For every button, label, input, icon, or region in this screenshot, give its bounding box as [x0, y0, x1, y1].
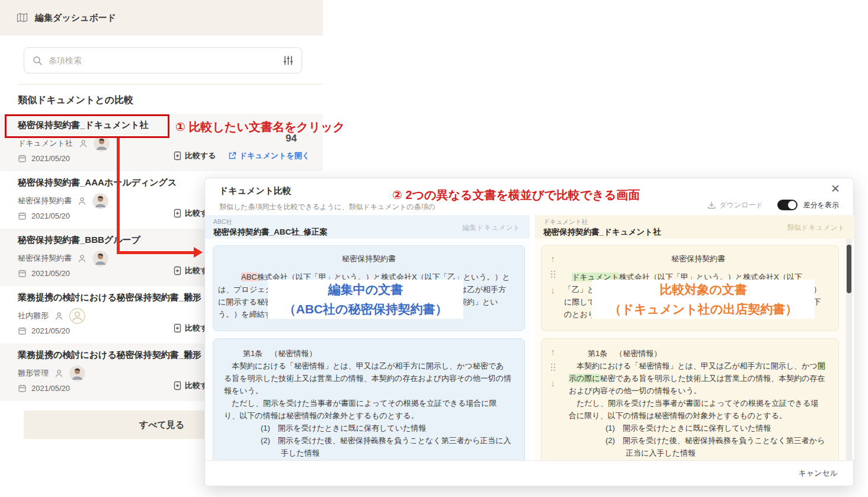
similar-doc-pane: ↑ ↓ 秘密保持契約書 ドキュメント株式会社（以下「甲」という。）と株式会社X（… [535, 239, 854, 460]
cancel-button[interactable]: キャンセル [798, 468, 838, 479]
person-icon [78, 197, 87, 206]
annotation-highlight-box [5, 114, 169, 138]
target-doc-callout: 比較対象の文書 （ドキュメント社の出店契約書） [592, 280, 815, 319]
drag-handle-icon[interactable] [550, 363, 556, 371]
document-compare-modal: ドキュメント比較 ✕ 類似した条項同士を比較できるように、類似ドキュメントの条項… [204, 178, 854, 486]
move-down-icon[interactable]: ↓ [550, 286, 555, 294]
clause-paragraph: 本契約における「秘密情報」とは、甲又は乙が相手方に開示し、かつ開示の際に秘密であ… [569, 360, 825, 397]
download-icon [707, 201, 716, 209]
move-up-icon[interactable]: ↑ [550, 254, 555, 263]
editing-doc-callout: 編集中の文書 （ABC社の秘密保持契約書） [268, 280, 463, 319]
annotation-step2: ② 2つの異なる文書を横並びで比較できる画面 [390, 187, 642, 204]
avatar [69, 365, 85, 381]
modal-footer: キャンセル [205, 460, 853, 486]
search-icon [33, 56, 43, 66]
doc-heading: 秘密保持契約書 [213, 246, 524, 265]
modal-scrollbar[interactable] [846, 239, 852, 461]
calendar-icon [18, 384, 27, 393]
scrollbar-thumb[interactable] [847, 245, 851, 293]
person-icon [55, 369, 63, 378]
clause-card: 第1条 （秘密情報） 本契約における「秘密情報」とは、甲又は乙が相手方に開示し、… [213, 338, 525, 460]
clause-card: ↑ ↓ 第1条 （秘密情報） 本契約における「秘密情報」とは、甲又は乙が相手方に… [541, 338, 839, 460]
calendar-icon [18, 326, 27, 335]
drag-handle-icon[interactable] [550, 270, 556, 278]
clause-item: (1) 開示を受けたときに既に保有していた情報 [606, 422, 825, 434]
annotation-arrow [117, 251, 194, 254]
close-icon[interactable]: ✕ [831, 183, 840, 194]
dashboard-header: 編集ダッシュボード [0, 0, 323, 36]
section-title: 類似ドキュメントとの比較 [18, 94, 323, 107]
avatar [92, 193, 108, 209]
editing-doc-pane: 秘密保持契約書 ABC株式会社（以下「甲」という。）と株式会社X（以下「乙」とい… [205, 239, 530, 460]
owner-label: ドキュメント社 [18, 138, 73, 149]
compare-icon [173, 323, 182, 333]
avatar [92, 251, 108, 267]
compare-button[interactable]: 比較する [173, 150, 216, 161]
search-input[interactable] [49, 56, 277, 65]
move-up-icon[interactable]: ↑ [550, 347, 555, 356]
date-label: 2021/05/20 [31, 211, 70, 220]
doc-heading: 秘密保持契約書 [558, 246, 838, 265]
diff-toggle[interactable] [777, 200, 797, 210]
owner-label: 秘密保持契約書 [18, 253, 72, 264]
person-icon [55, 312, 63, 320]
compare-icon [173, 151, 182, 161]
compare-icon [173, 266, 182, 275]
owner-label: 社内雛形 [18, 310, 49, 321]
annotation-arrowhead [194, 247, 203, 258]
calendar-icon [18, 211, 27, 220]
compare-icon [173, 209, 182, 218]
annotation-step1: ① 比較したい文書名をクリック [175, 119, 345, 135]
compare-icon [173, 381, 182, 390]
filter-icon[interactable] [283, 55, 293, 66]
owner-label: 雛形管理 [18, 368, 49, 379]
owner-label: 秘密保持契約書 [18, 195, 72, 206]
clause-item: (1) 開示を受けたときに既に保有していた情報 [261, 422, 511, 434]
clause-item: (2) 開示を受けた後、秘密保持義務を負うことなく第三者から正当に入手した情報 [606, 434, 825, 459]
person-icon [79, 139, 88, 148]
map-book-icon [17, 12, 28, 23]
date-label: 2021/05/20 [31, 384, 70, 393]
date-label: 2021/05/20 [31, 269, 70, 278]
date-label: 2021/05/20 [31, 326, 70, 335]
clause-search-box[interactable] [24, 47, 302, 73]
download-button[interactable]: ダウンロード [707, 200, 763, 210]
diff-toggle-label: 差分を表示 [803, 200, 839, 210]
person-icon [78, 254, 87, 263]
avatar [69, 308, 85, 324]
external-link-icon [228, 152, 236, 160]
divider [18, 84, 323, 85]
annotation-arrow [117, 138, 120, 254]
modal-title: ドキュメント比較 [219, 185, 292, 197]
similar-doc-header: ドキュメント社 秘密保持契約書_ドキュメント社 類似ドキュメント [535, 215, 854, 239]
calendar-icon [18, 269, 27, 278]
move-down-icon[interactable]: ↓ [550, 379, 555, 387]
open-document-link[interactable]: ドキュメントを開く [228, 150, 310, 161]
calendar-icon [18, 154, 27, 163]
clause-heading: 第1条 （秘密情報） [588, 347, 825, 360]
doc-type-badge: 類似ドキュメント [787, 223, 845, 233]
clause-item: (2) 開示を受けた後、秘密保持義務を負うことなく第三者から正当に入手した情報 [261, 434, 511, 459]
diff-removed-highlight: ABC [241, 272, 257, 281]
page-title: 編集ダッシュボード [35, 12, 116, 24]
clause-heading: 第1条 （秘密情報） [243, 347, 511, 360]
date-label: 2021/05/20 [31, 154, 70, 163]
doc-type-badge: 編集ドキュメント [462, 223, 520, 233]
editing-doc-header: ABC社 秘密保持契約書_ABC社_修正案 編集ドキュメント [205, 215, 530, 239]
